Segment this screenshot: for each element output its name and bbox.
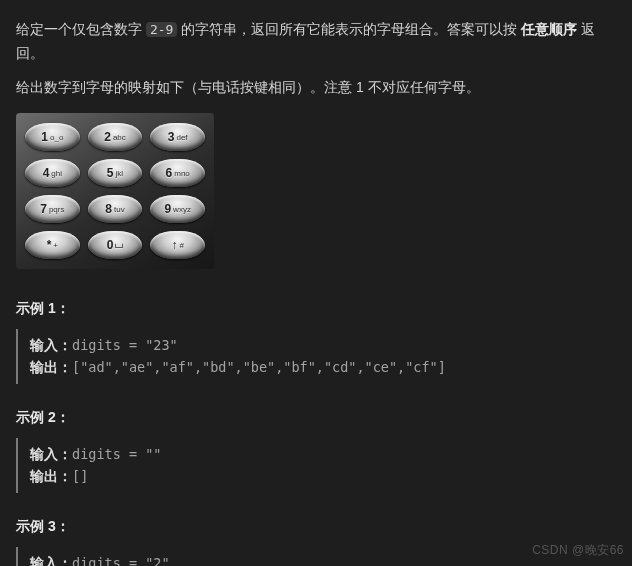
example-2-input-line: 输入：digits = "" bbox=[30, 444, 606, 466]
output-label: 输出： bbox=[30, 360, 72, 375]
phone-keypad: 1o_o 2abc 3def 4ghi 5jkl 6mno 7pqrs 8tuv… bbox=[16, 113, 214, 269]
problem-description-line-1: 给定一个仅包含数字 2-9 的字符串，返回所有它能表示的字母组合。答案可以按 任… bbox=[16, 18, 616, 66]
example-1-input-line: 输入：digits = "23" bbox=[30, 335, 606, 357]
example-1-output: ["ad","ae","af","bd","be","bf","cd","ce"… bbox=[72, 359, 446, 375]
any-order-bold: 任意顺序 bbox=[521, 21, 577, 37]
example-1-block: 输入：digits = "23" 输出：["ad","ae","af","bd"… bbox=[16, 329, 616, 384]
output-label: 输出： bbox=[30, 469, 72, 484]
desc-text: 给定一个仅包含数字 bbox=[16, 21, 146, 37]
example-2-title: 示例 2： bbox=[16, 406, 616, 430]
watermark: CSDN @晚安66 bbox=[532, 540, 624, 560]
key-3: 3def bbox=[150, 123, 205, 151]
example-2-block: 输入：digits = "" 输出：[] bbox=[16, 438, 616, 493]
key-7: 7pqrs bbox=[25, 195, 80, 223]
key-9: 9wxyz bbox=[150, 195, 205, 223]
example-1-title: 示例 1： bbox=[16, 297, 616, 321]
key-8: 8tuv bbox=[88, 195, 143, 223]
example-3-input: digits = "2" bbox=[72, 555, 170, 566]
example-2-input: digits = "" bbox=[72, 446, 161, 462]
key-2: 2abc bbox=[88, 123, 143, 151]
example-3-title: 示例 3： bbox=[16, 515, 616, 539]
example-3-input-line: 输入：digits = "2" bbox=[30, 553, 606, 566]
key-0: 0⌴ bbox=[88, 231, 143, 259]
key-hash: ↑# bbox=[150, 231, 205, 259]
key-star: *+ bbox=[25, 231, 80, 259]
example-2-output: [] bbox=[72, 468, 88, 484]
key-5: 5jkl bbox=[88, 159, 143, 187]
digits-range-chip: 2-9 bbox=[146, 22, 177, 37]
desc-text: 的字符串，返回所有它能表示的字母组合。答案可以按 bbox=[177, 21, 521, 37]
example-1-output-line: 输出：["ad","ae","af","bd","be","bf","cd","… bbox=[30, 357, 606, 379]
key-4: 4ghi bbox=[25, 159, 80, 187]
example-1-input: digits = "23" bbox=[72, 337, 178, 353]
example-2-output-line: 输出：[] bbox=[30, 466, 606, 488]
input-label: 输入： bbox=[30, 447, 72, 462]
input-label: 输入： bbox=[30, 556, 72, 566]
input-label: 输入： bbox=[30, 338, 72, 353]
problem-description-line-2: 给出数字到字母的映射如下（与电话按键相同）。注意 1 不对应任何字母。 bbox=[16, 76, 616, 100]
example-3-block: 输入：digits = "2" 输出：["a","b","c"] bbox=[16, 547, 616, 566]
key-6: 6mno bbox=[150, 159, 205, 187]
key-1: 1o_o bbox=[25, 123, 80, 151]
